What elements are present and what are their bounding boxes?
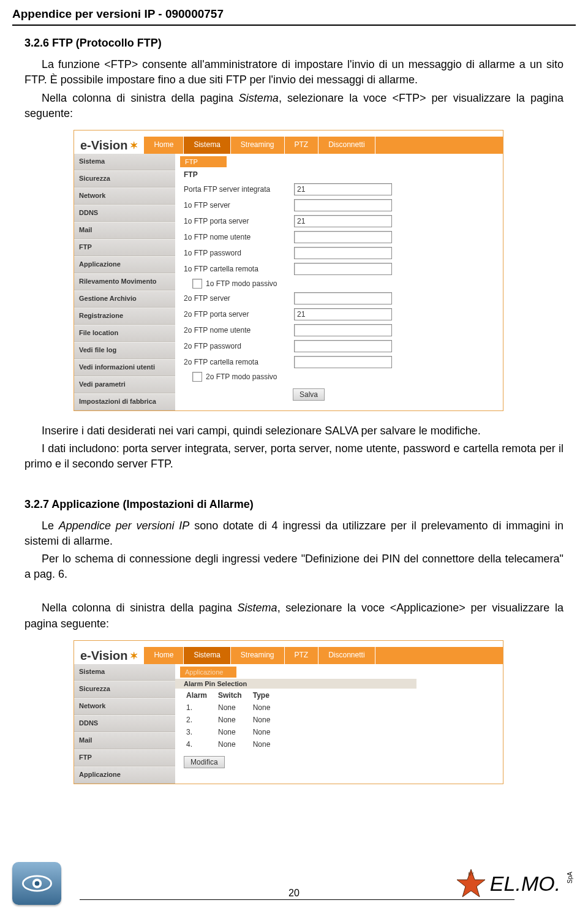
form-row: 1o FTP modo passivo: [175, 277, 503, 290]
form-row: 1o FTP password: [175, 245, 503, 261]
table-row: 3.NoneNone: [185, 727, 279, 738]
field-label: 1o FTP porta server: [184, 217, 294, 225]
sidebar-item[interactable]: Applicazione: [74, 256, 175, 273]
nav-tab-disconnetti[interactable]: Disconnetti: [318, 647, 375, 664]
eye-icon: [12, 862, 61, 905]
sidebar-item[interactable]: FTP: [74, 239, 175, 256]
sidebar-item[interactable]: Sistema: [74, 154, 175, 170]
form-row: 2o FTP server: [175, 290, 503, 306]
evision-logo: e-Vision✶: [74, 646, 144, 664]
sidebar-item[interactable]: Sicurezza: [74, 681, 175, 698]
sidebar-item[interactable]: Applicazione: [74, 766, 175, 784]
panel-title-alarm: Alarm Pin Selection: [175, 679, 417, 689]
sidebar-item[interactable]: Impostazioni di fabbrica: [74, 393, 175, 410]
text-input[interactable]: [294, 247, 392, 259]
nav-tab-home[interactable]: Home: [144, 647, 184, 664]
text-input[interactable]: [294, 356, 392, 368]
doc-header: Appendice per versioni IP - 090000757: [0, 0, 588, 23]
field-label: 2o FTP cartella remota: [184, 358, 294, 366]
logo-star-icon: ✶: [130, 140, 138, 151]
evision-logo: e-Vision✶: [74, 136, 144, 154]
table-row: 1.NoneNone: [185, 702, 279, 713]
field-label: 2o FTP porta server: [184, 310, 294, 319]
section-heading-app: 3.2.7 Applicazione (Impostazioni di Alla…: [24, 497, 564, 512]
panel-title-ftp: FTP: [175, 168, 503, 181]
section-heading-ftp: 3.2.6 FTP (Protocollo FTP): [24, 36, 564, 51]
sidebar-item[interactable]: DDNS: [74, 715, 175, 732]
field-label: Porta FTP server integrata: [184, 185, 294, 194]
checkbox[interactable]: [192, 372, 202, 382]
alarm-table: AlarmSwitchType 1.NoneNone2.NoneNone3.No…: [184, 689, 280, 751]
form-row: 2o FTP modo passivo: [175, 370, 503, 384]
nav-tab-sistema[interactable]: Sistema: [184, 647, 230, 664]
breadcrumb-ftp: FTP: [180, 156, 227, 167]
svg-text:BY: BY: [468, 872, 474, 876]
form-row: 1o FTP cartella remota: [175, 261, 503, 277]
para: La funzione <FTP> consente all'amministr…: [24, 57, 564, 88]
field-label: 1o FTP modo passivo: [206, 279, 277, 288]
sidebar-item[interactable]: Registrazione: [74, 308, 175, 325]
screenshot-app: e-Vision✶ HomeSistemaStreamingPTZDisconn…: [74, 640, 503, 784]
field-label: 2o FTP password: [184, 342, 294, 350]
checkbox[interactable]: [192, 279, 202, 289]
sidebar-item[interactable]: Vedi file log: [74, 342, 175, 359]
form-row: 2o FTP nome utente: [175, 322, 503, 338]
breadcrumb-app: Applicazione: [180, 667, 236, 678]
field-label: 1o FTP server: [184, 201, 294, 210]
sidebar-item[interactable]: FTP: [74, 749, 175, 766]
nav-tab-disconnetti[interactable]: Disconnetti: [318, 137, 375, 154]
elmo-star-icon: BY: [456, 868, 486, 899]
sidebar-item[interactable]: Sicurezza: [74, 170, 175, 187]
text-input[interactable]: [294, 324, 392, 336]
doc-title: Appendice per versioni IP - 090000757: [12, 7, 224, 20]
nav-tab-streaming[interactable]: Streaming: [231, 137, 285, 154]
text-input[interactable]: [294, 231, 392, 243]
nav-tab-streaming[interactable]: Streaming: [231, 647, 285, 664]
text-input[interactable]: [294, 340, 392, 352]
text-input[interactable]: [294, 263, 392, 275]
nav-tab-ptz[interactable]: PTZ: [285, 137, 319, 154]
sidebar-item[interactable]: File location: [74, 325, 175, 342]
para: Nella colonna di sinistra della pagina S…: [24, 91, 564, 121]
sidebar-item[interactable]: Mail: [74, 732, 175, 749]
sidebar-item[interactable]: DDNS: [74, 205, 175, 222]
sidebar-item[interactable]: Mail: [74, 222, 175, 239]
field-label: 2o FTP modo passivo: [206, 372, 277, 381]
form-row: 2o FTP cartella remota: [175, 354, 503, 370]
field-label: 1o FTP password: [184, 249, 294, 257]
para: Per lo schema di connessione degli ingre…: [24, 551, 564, 582]
nav-tab-home[interactable]: Home: [144, 137, 184, 154]
nav-tab-sistema[interactable]: Sistema: [184, 137, 230, 154]
text-input[interactable]: 21: [294, 215, 392, 227]
form-row: 2o FTP password: [175, 338, 503, 354]
sidebar-item[interactable]: Gestione Archivio: [74, 290, 175, 308]
para: I dati includono: porta server integrata…: [24, 441, 564, 472]
table-header: Type: [252, 690, 279, 701]
text-input[interactable]: 21: [294, 183, 392, 195]
sidebar-item[interactable]: Network: [74, 187, 175, 205]
field-label: 1o FTP cartella remota: [184, 265, 294, 273]
field-label: 2o FTP server: [184, 294, 294, 303]
sidebar-item[interactable]: Rilevamento Movimento: [74, 273, 175, 290]
table-row: 2.NoneNone: [185, 714, 279, 725]
form-row: 1o FTP porta server21: [175, 213, 503, 229]
sidebar-item[interactable]: Vedi informazioni utenti: [74, 359, 175, 376]
form-row: Porta FTP server integrata21: [175, 181, 503, 197]
text-input[interactable]: [294, 199, 392, 211]
table-header: Switch: [217, 690, 251, 701]
para: Inserire i dati desiderati nei vari camp…: [24, 423, 564, 439]
modify-button[interactable]: Modifica: [184, 756, 225, 768]
save-button[interactable]: Salva: [293, 388, 325, 401]
form-row: 1o FTP nome utente: [175, 229, 503, 245]
field-label: 2o FTP nome utente: [184, 326, 294, 335]
sidebar-item[interactable]: Sistema: [74, 664, 175, 681]
form-row: 1o FTP server: [175, 197, 503, 213]
para: Le Appendice per versioni IP sono dotate…: [24, 518, 564, 549]
sidebar-item[interactable]: Vedi parametri: [74, 376, 175, 393]
text-input[interactable]: 21: [294, 308, 392, 320]
sidebar-item[interactable]: Network: [74, 698, 175, 715]
logo-star-icon: ✶: [130, 650, 138, 662]
nav-tab-ptz[interactable]: PTZ: [285, 647, 319, 664]
text-input[interactable]: [294, 292, 392, 304]
table-header: Alarm: [185, 690, 216, 701]
